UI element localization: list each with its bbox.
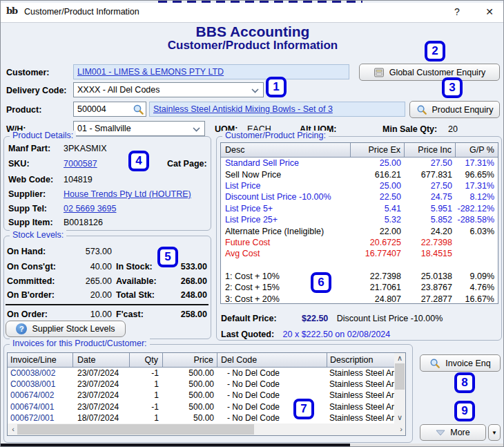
annotation-badge-6: 6 xyxy=(311,272,331,293)
product-description-field[interactable]: Stainless Steel Antiskid Mixing Bowls - … xyxy=(149,102,405,117)
web-code-label: Web Code: xyxy=(8,175,53,184)
invoice-enq-button[interactable]: Invoice Enq xyxy=(420,354,501,372)
default-price-note: Discount List Price -10.00% xyxy=(337,314,443,323)
customer-label: Customer: xyxy=(6,68,50,77)
invoice-row[interactable]: 000672/00118/07/2024150.00- No Del CodeS… xyxy=(8,412,405,424)
annotation-badge-5: 5 xyxy=(157,247,178,267)
annotation-badge-4: 4 xyxy=(128,151,149,171)
titlebar[interactable]: bb Customer/Product Information ? ✕ xyxy=(1,3,503,23)
pricing-table-body: Standard Sell Price25.0027.5017.31%Sell … xyxy=(221,158,498,304)
pricing-cell: 17.31% xyxy=(456,158,498,168)
customer-field[interactable]: LIM001 - LIMES & LEMONS PTY LTD xyxy=(73,64,349,79)
more-button[interactable]: More xyxy=(420,424,486,441)
product-details-title: Product Details: xyxy=(10,131,76,140)
pricing-row[interactable]: Future Cost20.672522.7398 xyxy=(221,237,498,248)
customer-link[interactable]: LIM001 - LIMES & LEMONS PTY LTD xyxy=(77,67,224,77)
scrollbar-thumb[interactable] xyxy=(17,424,254,435)
sku-link[interactable]: 7000587 xyxy=(64,159,97,169)
invoices-title: Invoices for this Product/Customer: xyxy=(10,339,150,348)
default-price-value: $22.50 xyxy=(302,314,328,323)
help-button[interactable]: ? xyxy=(449,6,465,17)
product-enquiry-button[interactable]: Product Enquiry xyxy=(409,101,500,118)
supplier-link[interactable]: House Trends Pty Ltd (HOUTRE) xyxy=(64,189,191,199)
invoices-table-header: Invoice/Line Date Qty Price Del Code Des… xyxy=(8,353,405,368)
search-icon[interactable] xyxy=(133,104,144,115)
pricing-table-header: Desc Price Ex Price Inc G/P % xyxy=(221,143,498,158)
stock-value: 40.00 xyxy=(73,262,112,272)
invoice-row[interactable]: 000674/00223/07/20241500.00- No Del Code… xyxy=(8,390,405,401)
cabinet-icon xyxy=(374,67,385,78)
pricing-row[interactable]: 1: Cost + 10%22.739825.01389.09% xyxy=(221,271,498,282)
column-header: Qty xyxy=(130,353,163,367)
pricing-cell: 5.951 xyxy=(405,204,456,213)
pricing-cell: List Price 25+ xyxy=(221,215,351,225)
invoice-cell: - No Del Code xyxy=(217,368,327,378)
invoice-cell: 23/07/2024 xyxy=(73,368,130,378)
stock-value: 573.00 xyxy=(73,247,112,256)
menu-down-icon: ▼ xyxy=(492,430,497,436)
annotation-badge-1: 1 xyxy=(266,77,287,97)
supplier-stock-levels-button[interactable]: ? Supplier Stock Levels xyxy=(6,321,126,337)
stock-value-bold: 258.00 xyxy=(149,310,207,319)
product-code-input[interactable]: 500004 xyxy=(73,102,146,117)
default-price-label: Default Price: xyxy=(221,314,277,323)
scroll-down-icon[interactable]: ∨ xyxy=(394,412,405,424)
pricing-cell: 22.7398 xyxy=(405,238,456,247)
supp-tel-link[interactable]: 02 5669 3695 xyxy=(64,204,116,213)
warehouse-select[interactable]: 01 - Smallville xyxy=(73,121,205,136)
scrollbar-thumb[interactable] xyxy=(395,363,405,390)
close-button[interactable]: ✕ xyxy=(481,6,498,17)
invoice-cell: Stainless Steel Antis xyxy=(327,413,396,423)
column-header: Price xyxy=(163,353,217,367)
stock-value: 265.00 xyxy=(73,276,112,286)
invoice-row[interactable]: C00038/00223/07/2024-1500.00- No Del Cod… xyxy=(8,368,405,379)
pricing-cell: 22.50 xyxy=(351,192,405,202)
pricing-row[interactable]: List Price 25+5.325.852-288.58% xyxy=(221,214,498,225)
more-menu-button[interactable]: ▼ xyxy=(488,424,501,441)
pricing-table: Desc Price Ex Price Inc G/P % Standard S… xyxy=(220,142,498,304)
invoice-row[interactable]: C00038/00123/07/20241500.00- No Del Code… xyxy=(8,379,405,390)
invoices-vertical-scrollbar[interactable]: ∧ ∨ xyxy=(394,353,405,424)
invoice-cell: 500.00 xyxy=(163,390,217,400)
invoice-row[interactable]: 000674/00123/07/2024-1500.00- No Del Cod… xyxy=(8,401,405,412)
pricing-cell: Discount List Price -10.00% xyxy=(221,192,351,202)
product-description-link[interactable]: Stainless Steel Antiskid Mixing Bowls - … xyxy=(153,104,333,114)
invoice-cell: 000672/001 xyxy=(8,413,73,423)
pricing-row[interactable]: List Price25.0027.5017.31% xyxy=(221,180,498,191)
pricing-cell: 5.32 xyxy=(351,215,405,225)
pricing-row[interactable]: Avg Cost16.7740718.4515 xyxy=(221,248,498,259)
invoice-enq-label: Invoice Enq xyxy=(445,359,490,368)
delivery-code-value: XXXX - All Del Codes xyxy=(77,85,160,95)
pricing-cell: 3: Cost + 20% xyxy=(221,294,351,304)
pricing-cell: 22.00 xyxy=(351,227,405,236)
pricing-row[interactable]: Standard Sell Price25.0027.5017.31% xyxy=(221,158,498,169)
scroll-up-icon[interactable]: ∧ xyxy=(394,353,405,364)
pricing-row[interactable]: 3: Cost + 20%24.80727.287716.67% xyxy=(221,294,498,304)
question-icon: ? xyxy=(16,323,27,334)
invoice-cell: C00038/002 xyxy=(8,368,73,378)
pricing-row[interactable]: List Price 5+5.415.951-282.12% xyxy=(221,203,498,214)
manf-part-label: Manf Part: xyxy=(8,144,50,153)
pricing-cell: Sell Now Price xyxy=(221,170,351,180)
column-header: Del Code xyxy=(217,353,327,367)
pricing-row[interactable]: Discount List Price -10.00%22.5024.758.1… xyxy=(221,191,498,202)
invoices-horizontal-scrollbar[interactable]: ‹ › xyxy=(8,424,406,435)
invoice-cell: 23/07/2024 xyxy=(73,402,130,412)
pricing-cell: 25.00 xyxy=(351,181,405,191)
delivery-code-select[interactable]: XXXX - All Del Codes xyxy=(73,82,264,97)
scroll-right-icon[interactable]: › xyxy=(396,424,406,435)
app-title: BBS Accounting xyxy=(1,23,504,40)
min-sale-qty-label: Min Sale Qty: xyxy=(382,124,437,134)
min-sale-qty-value: 20 xyxy=(448,124,458,134)
pricing-row[interactable]: Sell Now Price616.21677.83196.65% xyxy=(221,169,498,180)
stock-label: Committed: xyxy=(7,276,55,286)
pricing-row[interactable]: Alternate Price (Ineligible)22.0024.206.… xyxy=(221,225,498,236)
pricing-row[interactable] xyxy=(221,260,498,271)
pricing-cell: 18.4515 xyxy=(405,249,456,258)
invoices-table-body: C00038/00223/07/2024-1500.00- No Del Cod… xyxy=(8,368,405,424)
global-customer-enquiry-button[interactable]: Global Customer Enquiry xyxy=(359,64,500,81)
pricing-cell: 677.831 xyxy=(405,170,456,180)
stock-levels-title: Stock Levels: xyxy=(10,230,66,240)
invoice-cell: -1 xyxy=(130,368,163,378)
pricing-row[interactable]: 2: Cost + 15%21.706123.87674.76% xyxy=(221,282,498,293)
